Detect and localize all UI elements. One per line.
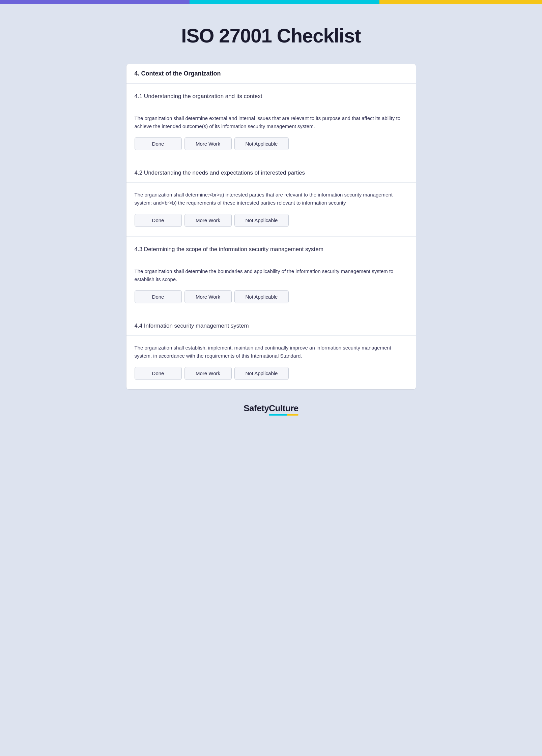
subsection-title-row-4-2: 4.2 Understanding the needs and expectat… [126, 160, 416, 183]
subsection-content-row-4-3: The organization shall determine the bou… [126, 259, 416, 313]
section-card: 4. Context of the Organization 4.1 Under… [126, 64, 416, 390]
button-group-4-3: Done More Work Not Applicable [135, 290, 408, 303]
done-button-4-4[interactable]: Done [135, 367, 182, 380]
not-applicable-button-4-4[interactable]: Not Applicable [234, 367, 289, 380]
branding: SafetyCulture [126, 403, 416, 429]
button-group-4-1: Done More Work Not Applicable [135, 137, 408, 150]
done-button-4-2[interactable]: Done [135, 214, 182, 227]
not-applicable-button-4-2[interactable]: Not Applicable [234, 214, 289, 227]
more-work-button-4-1[interactable]: More Work [184, 137, 232, 150]
subsection-title-4-4: 4.4 Information security management syst… [135, 323, 408, 329]
page-container: ISO 27001 Checklist 4. Context of the Or… [119, 4, 423, 456]
subsection-description-4-3: The organization shall determine the bou… [135, 267, 408, 283]
subsection-title-4-2: 4.2 Understanding the needs and expectat… [135, 170, 408, 176]
not-applicable-button-4-1[interactable]: Not Applicable [234, 137, 289, 150]
subsection-content-row-4-2: The organization shall determine:<br>a) … [126, 183, 416, 237]
subsection-description-4-2: The organization shall determine:<br>a) … [135, 191, 408, 207]
branding-culture: Culture [269, 403, 298, 416]
branding-safety: Safety [244, 403, 269, 413]
subsection-title-row-4-1: 4.1 Understanding the organization and i… [126, 84, 416, 106]
top-bar [0, 0, 542, 4]
subsection-title-row-4-4: 4.4 Information security management syst… [126, 313, 416, 336]
button-group-4-2: Done More Work Not Applicable [135, 214, 408, 227]
subsection-title-row-4-3: 4.3 Determining the scope of the informa… [126, 237, 416, 259]
branding-text: SafetyCulture [126, 403, 416, 416]
top-bar-cyan [190, 0, 379, 4]
done-button-4-3[interactable]: Done [135, 290, 182, 303]
subsection-content-row-4-1: The organization shall determine externa… [126, 106, 416, 160]
more-work-button-4-2[interactable]: More Work [184, 214, 232, 227]
button-group-4-4: Done More Work Not Applicable [135, 367, 408, 380]
not-applicable-button-4-3[interactable]: Not Applicable [234, 290, 289, 303]
top-bar-yellow [379, 0, 542, 4]
page-title: ISO 27001 Checklist [126, 24, 416, 47]
subsection-title-4-1: 4.1 Understanding the organization and i… [135, 93, 408, 100]
top-bar-purple [0, 0, 190, 4]
done-button-4-1[interactable]: Done [135, 137, 182, 150]
more-work-button-4-3[interactable]: More Work [184, 290, 232, 303]
subsection-title-4-3: 4.3 Determining the scope of the informa… [135, 246, 408, 253]
subsection-description-4-4: The organization shall establish, implem… [135, 344, 408, 360]
section-header: 4. Context of the Organization [126, 64, 416, 84]
subsection-content-row-4-4: The organization shall establish, implem… [126, 336, 416, 389]
subsection-description-4-1: The organization shall determine externa… [135, 114, 408, 130]
more-work-button-4-4[interactable]: More Work [184, 367, 232, 380]
